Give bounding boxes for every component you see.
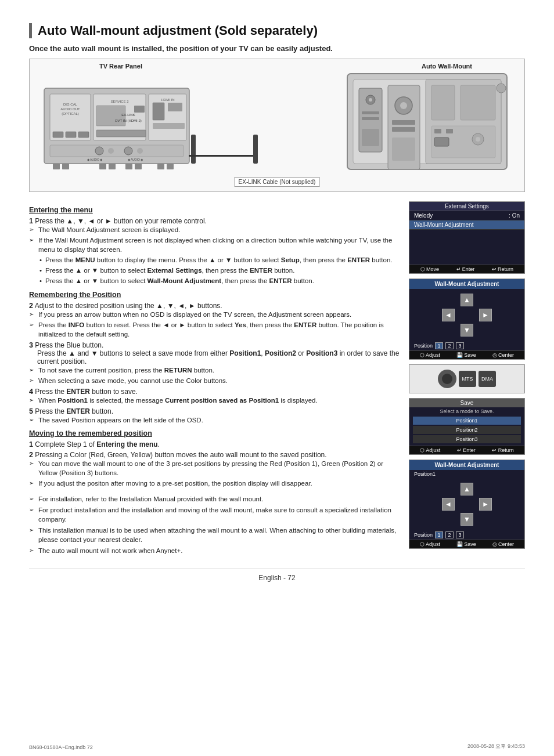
wma-position-row: Position 1 2 3: [409, 341, 524, 350]
melody-value: : On: [509, 212, 520, 219]
footer-page-label: English - 72: [258, 574, 295, 582]
remembering-heading: Remembering the Position: [29, 291, 403, 299]
save-return: ↩ Return: [492, 447, 514, 453]
svg-rect-50: [431, 85, 455, 120]
step-2-arrow-2: Press the INFO button to reset. Press th…: [29, 320, 403, 339]
svg-point-24: [137, 148, 143, 154]
step-3-arrow-2: When selecting a save mode, you cannot u…: [29, 376, 403, 385]
title-bar: Auto Wall-mount adjustment (Sold separat…: [29, 23, 525, 38]
svg-text:EX-LINK: EX-LINK: [121, 113, 135, 117]
remote-btn-mts[interactable]: MTS: [459, 371, 476, 387]
cable-label: EX-LINK Cable (Not supplied): [235, 177, 320, 187]
panel1-spacer: [409, 230, 524, 265]
step-5-num: 5: [29, 407, 33, 415]
svg-text:DIG CAL: DIG CAL: [63, 103, 78, 106]
panel1-move: ⬡ Move: [420, 266, 439, 272]
moving-step-1-num: 1: [29, 440, 33, 448]
svg-rect-5: [53, 132, 63, 138]
moving-step-2: 2 Pressing a Color (Red, Green, Yellow) …: [29, 451, 403, 488]
arrow-down[interactable]: ▼: [461, 324, 473, 337]
wma-adjust: ⬡ Adjust: [420, 352, 440, 358]
wma-save-2: 💾 Save: [456, 541, 476, 547]
step-1-bullet-3: Press the ▲ or ▼ button to select Wall-M…: [29, 276, 403, 285]
step-1: 1 Press the ▲, ▼, ◄ or ► button on your …: [29, 217, 403, 286]
arrow-up[interactable]: ▲: [461, 294, 473, 306]
awm-label: Auto Wall-Mount: [422, 63, 472, 70]
step-1-arrow-1: The Wall Mount Adjustment screen is disp…: [29, 225, 403, 234]
step-2-arrow-1: If you press an arrow button when no OSD…: [29, 310, 403, 319]
save-option-2[interactable]: Position2: [413, 426, 521, 434]
external-settings-title: External Settings: [409, 202, 524, 211]
svg-rect-17: [153, 103, 164, 120]
moving-step-1-text: Complete Step 1 of Entering the menu.: [35, 440, 160, 448]
step-2-text: Adjust to the desired position using the…: [35, 302, 222, 310]
arrow-right[interactable]: ►: [479, 309, 492, 321]
svg-rect-41: [362, 117, 379, 120]
arrow-up-2[interactable]: ▲: [461, 483, 473, 495]
moving-heading: Moving to the remembered position: [29, 429, 403, 437]
svg-rect-31: [125, 164, 132, 169]
svg-rect-54: [446, 129, 453, 133]
wma-pos-label: Position: [414, 343, 433, 349]
wma-center-2: ◎ Center: [492, 541, 515, 547]
wma-center: ◎ Center: [492, 352, 515, 358]
remote-btn-dma[interactable]: DMA: [479, 371, 496, 387]
svg-rect-40: [362, 111, 379, 114]
external-settings-panel: External Settings Melody : On Wall-Mount…: [409, 201, 525, 274]
step-5-text: Press the ENTER button.: [35, 407, 113, 415]
save-option-3[interactable]: Position3: [413, 435, 521, 443]
svg-rect-53: [434, 129, 441, 133]
step-1-bullet-2: Press the ▲ or ▼ button to select Extern…: [29, 266, 403, 275]
step-1-num: 1: [29, 217, 33, 225]
step-1-arrow-2: If the Wall Mount Adjustment screen is n…: [29, 236, 403, 254]
step-2-num: 2: [29, 302, 33, 310]
wma-position-row-2: Position 1 2 3: [409, 530, 524, 540]
moving-step-2-arrow-2: If you adjust the positon after moving t…: [29, 479, 403, 488]
arrow-right-2[interactable]: ►: [479, 498, 492, 511]
panel1-return: ↩ Return: [492, 266, 513, 272]
save-option-1[interactable]: Position1: [413, 417, 521, 425]
remembering-position-section: Remembering the Position 2 Adjust to the…: [29, 291, 403, 425]
svg-rect-27: [53, 164, 60, 169]
remote-btn-circle[interactable]: [438, 370, 456, 388]
arrow-left-2[interactable]: ◄: [442, 498, 455, 511]
tv-label: TV Rear Panel: [99, 63, 142, 70]
save-panel: Save Select a mode to Save. Position1 Po…: [409, 398, 525, 455]
page-footer: English - 72: [29, 569, 525, 582]
remembering-steps: 2 Adjust to the desired position using t…: [29, 302, 403, 425]
entering-menu-steps: 1 Press the ▲, ▼, ◄ or ► button on your …: [29, 217, 403, 286]
step-1-bullet-1: Press the MENU button to display the men…: [29, 255, 403, 265]
moving-steps: 1 Complete Step 1 of Entering the menu. …: [29, 440, 403, 488]
step-3-text: Press the Blue button.: [35, 341, 103, 349]
melody-row: Melody : On: [409, 211, 524, 220]
svg-text:HDMI IN: HDMI IN: [161, 98, 175, 102]
svg-rect-46: [392, 120, 415, 125]
cable-right: [253, 135, 258, 164]
arrow-left[interactable]: ◄: [442, 309, 455, 321]
step-3-text2: Press the ▲ and ▼ buttons to select a sa…: [29, 349, 403, 366]
save-title: Save: [409, 399, 524, 407]
entering-menu-heading: Entering the menu: [29, 206, 403, 214]
svg-rect-6: [66, 132, 76, 138]
pos-box-3-2: 3: [456, 531, 464, 538]
arrow-up-row: ▲: [461, 294, 473, 306]
svg-rect-34: [167, 164, 174, 169]
page-subtitle: Once the auto wall mount is installed, t…: [29, 44, 525, 53]
arrow-down-2[interactable]: ▼: [461, 513, 473, 526]
step-5-arrow-1: The saved Position appears on the left s…: [29, 415, 403, 425]
wma-arrows: ▲ ◄ ► ▼: [409, 289, 524, 341]
wma-pos-label-2: Position: [414, 532, 433, 538]
bottom-notes: For installation, refer to the Installat…: [29, 494, 403, 556]
remote-panel: MTS DMA: [409, 364, 525, 393]
arrow-down-row: ▼: [461, 324, 473, 337]
page: Auto Wall-mount adjustment (Sold separat…: [0, 0, 554, 756]
step-1-text: Press the ▲, ▼, ◄ or ► button on your re…: [35, 217, 207, 225]
svg-rect-14: [96, 130, 146, 137]
svg-rect-28: [62, 164, 69, 169]
wma-arrows-2: ▲ ◄ ► ▼: [409, 478, 524, 530]
svg-point-39: [369, 98, 372, 102]
wma-row: Wall-Mount Adjustment: [409, 220, 524, 230]
step-3: 3 Press the Blue button. Press the ▲ and…: [29, 341, 403, 385]
image-area: TV Rear Panel Auto Wall-Mount DIG CAL AU…: [29, 59, 525, 192]
svg-point-56: [476, 137, 480, 142]
